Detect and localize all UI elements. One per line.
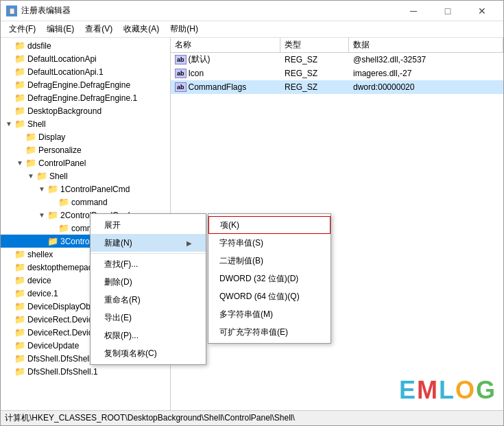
submenu-item[interactable]: 项(K) [208,216,331,234]
tree-expander[interactable]: ▼ [3,120,14,128]
tree-item[interactable]: 📁DesktopBackground [1,104,170,117]
submenu-item[interactable]: 多字符串值(M) [208,305,331,323]
folder-icon: 📁 [14,275,25,285]
submenu-item[interactable]: 字符串值(S) [208,234,331,252]
tree-item-label: DeviceUpdate [27,341,79,351]
folder-icon: 📁 [14,106,25,116]
tree-item[interactable]: 📁Display [1,130,170,143]
context-menu-item[interactable]: 查找(F)... [91,255,206,273]
tree-item-label: Personalize [38,145,82,155]
col-header-type[interactable]: 类型 [280,38,349,52]
folder-icon: 📁 [14,249,25,259]
tree-item[interactable]: 📁DefaultLocationApi [1,52,170,65]
tree-item-label: DfsShell.DfsShell.1 [27,367,98,377]
menu-item[interactable]: 查看(V) [80,21,118,37]
tree-item-label: DesktopBackground [27,106,101,116]
cell-type: REG_SZ [280,67,349,80]
tree-item-label: shellex [27,250,53,259]
emlog-e: E [399,376,417,404]
tree-item-label: ddsfile [27,41,51,51]
tree-item[interactable]: 📁ddsfile [1,39,170,52]
folder-icon: 📁 [14,93,25,103]
emlog-m: M [417,376,439,404]
tree-expander[interactable]: ▼ [36,211,47,219]
tree-item[interactable]: ▼📁Shell [1,169,170,182]
folder-icon: 📁 [14,340,25,351]
folder-icon: 📁 [14,67,25,77]
window-title: 注册表编辑器 [21,5,398,16]
col-header-name[interactable]: 名称 [171,38,280,52]
context-menu-item[interactable]: 展开 [91,216,206,234]
emlog-o: O [455,376,476,404]
tree-item-label: DefragEngine.DefragEngine.1 [27,93,137,103]
context-menu-item[interactable]: 删除(D) [91,273,206,291]
table-row[interactable]: ab(默认)REG_SZ@shell32.dll,-32537 [171,53,503,67]
folder-icon: 📁 [25,158,36,168]
tree-item[interactable]: 📁DfsShell.DfsShell.1 [1,365,170,378]
table-row[interactable]: abCommandFlagsREG_SZdword:00000020 [171,80,503,94]
table-header: 名称 类型 数据 [171,38,503,53]
submenu-item[interactable]: 可扩充字符串值(E) [208,323,331,341]
folder-icon: 📁 [14,314,25,324]
context-menu: 展开新建(N)▶查找(F)...删除(D)重命名(R)导出(E)权限(P)...… [90,213,206,365]
submenu-item[interactable]: 二进制值(B) [208,252,331,270]
context-menu-item[interactable]: 权限(P)... [91,327,206,344]
tree-item[interactable]: 📁command [1,196,170,209]
folder-icon: 📁 [14,80,25,90]
menu-item[interactable]: 收藏夹(A) [118,21,165,37]
folder-icon: 📁 [14,327,25,338]
cell-name: abCommandFlags [171,80,280,93]
folder-icon: 📁 [14,353,25,364]
folder-icon: 📁 [25,145,36,155]
tree-item[interactable]: ▼📁Shell [1,117,170,130]
window-controls: ─ □ ✕ [398,1,498,21]
tree-item-label: Shell [27,119,46,129]
submenu: 项(K)字符串值(S)二进制值(B)DWORD (32 位值)(D)QWORD … [208,213,331,344]
title-bar: 📋 注册表编辑器 ─ □ ✕ [1,1,503,21]
submenu-item[interactable]: DWORD (32 位值)(D) [208,270,331,287]
menu-item[interactable]: 文件(F) [3,21,41,37]
tree-expander[interactable]: ▼ [36,185,47,193]
cell-data: @shell32.dll,-32537 [349,53,503,66]
status-text: 计算机\HKEY_CLASSES_ROOT\DesktopBackground\… [5,412,295,424]
folder-icon: 📁 [14,54,25,64]
tree-item-label: command [71,198,108,207]
cell-data: dword:00000020 [349,80,503,93]
tree-item-label: device.1 [27,289,58,298]
tree-item-label: DfsShell.DfsShell [27,354,91,364]
context-menu-item[interactable]: 复制项名称(C) [91,344,206,362]
submenu-arrow-icon: ▶ [187,239,192,247]
close-button[interactable]: ✕ [466,1,498,21]
maximize-button[interactable]: □ [432,1,464,21]
emlog-l: L [439,376,455,404]
col-header-data[interactable]: 数据 [349,38,503,52]
context-menu-item[interactable]: 重命名(R) [91,291,206,309]
table-row[interactable]: abIconREG_SZimageres.dll,-27 [171,67,503,80]
menu-item[interactable]: 帮助(H) [165,21,204,37]
context-menu-item[interactable]: 新建(N)▶ [91,234,206,252]
tree-item-label: DefaultLocationApi.1 [27,67,104,77]
tree-item[interactable]: ▼📁ControlPanel [1,156,170,169]
tree-expander[interactable]: ▼ [14,159,25,167]
status-bar: 计算机\HKEY_CLASSES_ROOT\DesktopBackground\… [1,410,503,425]
submenu-item[interactable]: QWORD (64 位值)(Q) [208,287,331,305]
ctx-separator [91,253,206,254]
tree-item[interactable]: 📁DefragEngine.DefragEngine [1,78,170,91]
folder-icon: 📁 [14,366,25,377]
tree-item-label: DefragEngine.DefragEngine [27,80,130,90]
tree-item-label: ControlPanel [38,158,86,168]
context-menu-item[interactable]: 导出(E) [91,309,206,327]
tree-item-label: Shell [49,171,68,181]
folder-icon: 📁 [47,184,58,194]
tree-expander[interactable]: ▼ [25,172,36,180]
tree-item[interactable]: 📁Personalize [1,143,170,156]
tree-item[interactable]: ▼📁1ControlPanelCmd [1,182,170,196]
cell-type: REG_SZ [280,53,349,66]
tree-item-label: 1ControlPanelCmd [60,185,130,194]
minimize-button[interactable]: ─ [398,1,429,21]
tree-item-label: device [27,276,51,285]
tree-item[interactable]: 📁DefaultLocationApi.1 [1,65,170,78]
menu-item[interactable]: 编辑(E) [41,21,80,37]
app-icon: 📋 [6,5,17,16]
tree-item[interactable]: 📁DefragEngine.DefragEngine.1 [1,91,170,104]
